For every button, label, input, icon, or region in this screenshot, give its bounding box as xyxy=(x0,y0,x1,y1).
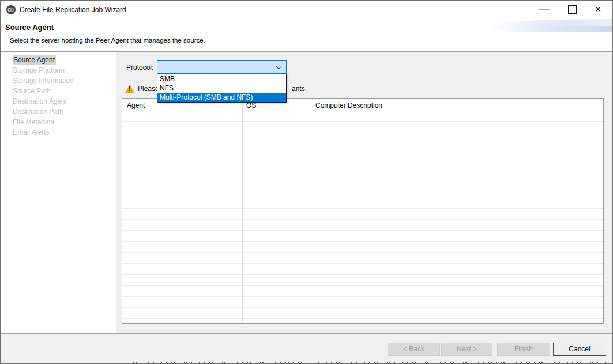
dropdown-option-multi-protocol[interactable]: Multi-Protocol (SMB and NFS) xyxy=(157,93,286,102)
sidebar-item-storage-information: Storage Information xyxy=(13,77,116,85)
page-title: Source Agent xyxy=(5,23,54,32)
title-bar: Create File Replication Job Wizard × xyxy=(1,1,612,19)
sidebar-item-destination-agent: Destination Agent xyxy=(13,97,116,105)
column-header-computer-description[interactable]: Computer Description xyxy=(315,101,382,110)
back-button: < Back xyxy=(388,343,440,356)
finish-button: Finish xyxy=(497,343,550,356)
page-subtitle: Select the server hosting the Peer Agent… xyxy=(10,37,205,44)
dropdown-option-smb[interactable]: SMB xyxy=(157,74,286,84)
sidebar-item-source-path: Source Path xyxy=(13,87,116,95)
warning-text-right-fragment: ants. xyxy=(292,85,307,93)
wizard-page-content: Protocol: SMB NFS Multi-Protocol (SMB an… xyxy=(117,52,613,333)
sidebar-item-file-metadata: File Metadata xyxy=(13,118,116,126)
wizard-steps-sidebar: Source Agent Storage Platform Storage In… xyxy=(1,52,116,333)
minimize-icon xyxy=(539,9,550,10)
sidebar-item-source-agent[interactable]: Source Agent xyxy=(13,56,116,64)
protocol-dropdown-list: SMB NFS Multi-Protocol (SMB and NFS) xyxy=(157,74,287,103)
agents-table[interactable]: Agent OS Computer Description xyxy=(122,98,604,324)
next-button: Next > xyxy=(441,343,492,356)
cancel-button[interactable]: Cancel xyxy=(553,343,606,356)
wizard-header: Source Agent Select the server hosting t… xyxy=(1,19,612,52)
app-logo-icon xyxy=(6,5,16,14)
close-button[interactable]: × xyxy=(588,1,608,19)
wizard-window: Create File Replication Job Wizard × Sou… xyxy=(0,0,613,364)
protocol-label: Protocol: xyxy=(126,61,153,74)
sidebar-item-destination-path: Destination Path xyxy=(13,108,116,116)
warning-triangle-icon xyxy=(125,85,134,93)
clipped-text-artifact xyxy=(133,362,608,363)
window-title: Create File Replication Job Wizard xyxy=(20,1,126,19)
sidebar-item-email-alerts: Email Alerts xyxy=(13,128,116,136)
button-bar: < Back Next > Finish Cancel xyxy=(1,334,612,364)
protocol-combobox[interactable] xyxy=(157,60,287,74)
sidebar-item-storage-platform: Storage Platform xyxy=(13,66,116,74)
maximize-button[interactable] xyxy=(563,1,582,19)
maximize-icon xyxy=(568,5,577,14)
banner-swoosh-graphic-2 xyxy=(526,19,612,26)
chevron-down-icon xyxy=(276,64,282,70)
table-empty-rows[interactable] xyxy=(122,111,603,323)
column-header-agent[interactable]: Agent xyxy=(127,101,145,110)
dropdown-option-nfs[interactable]: NFS xyxy=(157,84,286,93)
minimize-button[interactable] xyxy=(535,1,555,19)
warning-text-left-fragment: Please xyxy=(138,85,159,93)
close-icon: × xyxy=(588,1,608,19)
